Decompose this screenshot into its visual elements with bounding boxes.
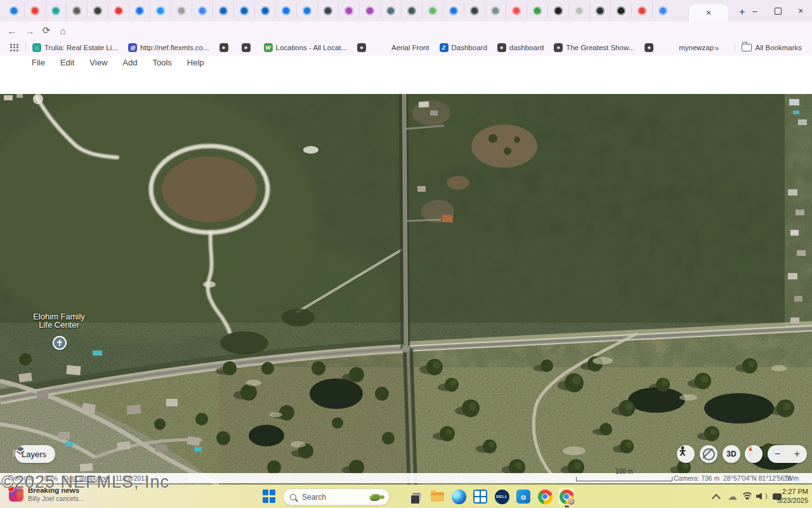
pinned-tab[interactable] bbox=[360, 3, 381, 18]
bookmark-item[interactable]: ● bbox=[357, 43, 369, 52]
pinned-tab[interactable] bbox=[150, 3, 171, 18]
pinned-tab[interactable] bbox=[213, 3, 234, 18]
pinned-tab[interactable] bbox=[46, 3, 67, 18]
dell-app-button[interactable]: DELL bbox=[494, 488, 510, 505]
menu-item[interactable]: File bbox=[32, 58, 45, 67]
pegman-button[interactable] bbox=[677, 445, 695, 463]
data-attribution-link[interactable]: Data attribution bbox=[63, 473, 108, 483]
pinned-tab[interactable] bbox=[88, 3, 108, 18]
pinned-tab[interactable] bbox=[569, 3, 590, 18]
pinned-tab[interactable] bbox=[443, 3, 464, 18]
compass[interactable] bbox=[745, 445, 763, 463]
chrome-button[interactable] bbox=[537, 488, 553, 505]
maximize-button[interactable] bbox=[766, 0, 789, 22]
pinned-tab[interactable] bbox=[506, 3, 527, 18]
pinned-tab[interactable] bbox=[25, 3, 46, 18]
news-widget[interactable]: Breaking news Billy Joel cancels... bbox=[9, 486, 84, 504]
bookmark-item[interactable]: Aerial Front bbox=[379, 43, 429, 52]
pinned-tab[interactable] bbox=[402, 3, 422, 18]
pinned-tab[interactable] bbox=[485, 3, 506, 18]
pinned-tab[interactable] bbox=[129, 3, 150, 18]
zoom-out-button[interactable]: − bbox=[775, 448, 780, 460]
onedrive-cloud-icon[interactable]: ☁ bbox=[728, 485, 737, 508]
bookmark-item[interactable]: ● dashboard bbox=[497, 43, 544, 52]
menu-item[interactable]: Add bbox=[122, 58, 137, 67]
pinned-tab[interactable] bbox=[653, 3, 673, 18]
pinned-tab[interactable] bbox=[234, 3, 255, 18]
edge-button[interactable] bbox=[450, 488, 467, 505]
bookmark-item[interactable]: ◎ http://nef.flexmls.co... bbox=[128, 43, 209, 52]
menu-item[interactable]: View bbox=[89, 58, 107, 67]
bookmark-favicon: ● bbox=[242, 43, 251, 52]
favicon bbox=[93, 6, 102, 15]
pinned-tab[interactable] bbox=[297, 3, 318, 18]
favicon bbox=[156, 6, 165, 15]
pinned-tab[interactable] bbox=[548, 3, 569, 18]
taskbar-search[interactable]: Search bbox=[283, 488, 390, 505]
pinned-tab[interactable] bbox=[255, 3, 276, 18]
pinned-tab[interactable] bbox=[108, 3, 129, 18]
layers-button[interactable]: Layers bbox=[15, 445, 55, 463]
pinned-tab[interactable] bbox=[318, 3, 339, 18]
pinned-tab[interactable] bbox=[339, 3, 360, 18]
bookmark-item[interactable]: ● bbox=[242, 43, 254, 52]
place-label[interactable]: Elohim Family Life Center bbox=[8, 312, 110, 329]
more-bookmarks-icon[interactable]: » bbox=[714, 43, 719, 53]
menu-item[interactable]: Tools bbox=[152, 58, 171, 67]
pinned-tab[interactable] bbox=[527, 3, 548, 18]
church-place-icon[interactable] bbox=[53, 336, 67, 350]
date: 5/23/2025 bbox=[777, 496, 808, 505]
bookmark-item[interactable]: ● bbox=[219, 43, 232, 52]
scale-bar: 100 m bbox=[576, 477, 672, 481]
wifi-icon[interactable] bbox=[741, 485, 752, 508]
bookmark-item[interactable]: ● The Greatest Show... bbox=[554, 43, 634, 52]
forward-button[interactable]: → bbox=[23, 23, 37, 37]
menu-item[interactable]: Edit bbox=[60, 58, 74, 67]
apps-grid-icon[interactable] bbox=[10, 44, 18, 51]
chrome-active-button[interactable] bbox=[558, 488, 575, 505]
pinned-tab[interactable] bbox=[381, 3, 402, 18]
reload-button[interactable]: ⟳ bbox=[39, 23, 53, 37]
pinned-tab[interactable] bbox=[276, 3, 297, 18]
active-tab[interactable]: × bbox=[689, 4, 728, 22]
pinned-tab[interactable] bbox=[590, 3, 611, 18]
pinned-tab[interactable] bbox=[611, 3, 632, 18]
file-explorer-button[interactable] bbox=[429, 488, 445, 505]
start-button[interactable] bbox=[263, 490, 276, 503]
pinned-tab[interactable] bbox=[464, 3, 485, 18]
volume-icon[interactable] bbox=[756, 485, 766, 508]
pinned-tab[interactable] bbox=[4, 3, 25, 18]
widget-subtitle: Billy Joel cancels... bbox=[28, 495, 84, 503]
bookmark-item[interactable]: ● bbox=[645, 43, 657, 52]
tab-close-icon[interactable]: × bbox=[706, 8, 711, 17]
tray-chevron[interactable] bbox=[713, 485, 719, 508]
time: 2:27 PM bbox=[777, 487, 808, 496]
taskbar-clock[interactable]: 2:27 PM 5/23/2025 bbox=[777, 487, 808, 505]
microsoft-store-button[interactable] bbox=[472, 488, 488, 505]
bookmark-item[interactable]: mynewzap.com bbox=[667, 43, 714, 52]
all-bookmarks-button[interactable]: All Bookmarks bbox=[756, 44, 802, 51]
close-button[interactable]: × bbox=[789, 0, 812, 22]
bookmark-favicon: ● bbox=[497, 43, 506, 52]
3d-toggle-button[interactable]: 3D bbox=[723, 445, 740, 463]
bookmark-favicon: ● bbox=[554, 43, 563, 52]
bookmark-item[interactable]: Z Dashboard bbox=[440, 43, 487, 52]
task-view-button[interactable] bbox=[407, 488, 424, 505]
pinned-tab[interactable] bbox=[422, 3, 443, 18]
bookmark-item[interactable]: W Locations - All Locat... bbox=[264, 43, 348, 52]
window-controls: – × bbox=[743, 0, 812, 22]
menu-item[interactable]: Help bbox=[187, 58, 204, 67]
home-button[interactable]: ⌂ bbox=[56, 23, 70, 37]
pinned-tab[interactable] bbox=[192, 3, 213, 18]
layers-icon bbox=[15, 445, 25, 455]
back-button[interactable]: ← bbox=[5, 23, 19, 37]
pinned-tab[interactable] bbox=[171, 3, 192, 18]
bookmark-item[interactable]: ⌂ Trulia: Real Estate Li... bbox=[32, 43, 118, 52]
orbit-button[interactable] bbox=[700, 445, 717, 463]
zoom-in-button[interactable]: + bbox=[794, 448, 800, 460]
pinned-tab[interactable] bbox=[632, 3, 653, 18]
outlook-button[interactable]: o bbox=[515, 488, 532, 505]
map-viewport[interactable]: Elohim Family Life Center Layers 3D − + … bbox=[0, 94, 812, 485]
pinned-tab[interactable] bbox=[67, 3, 88, 18]
minimize-button[interactable]: – bbox=[743, 0, 766, 22]
